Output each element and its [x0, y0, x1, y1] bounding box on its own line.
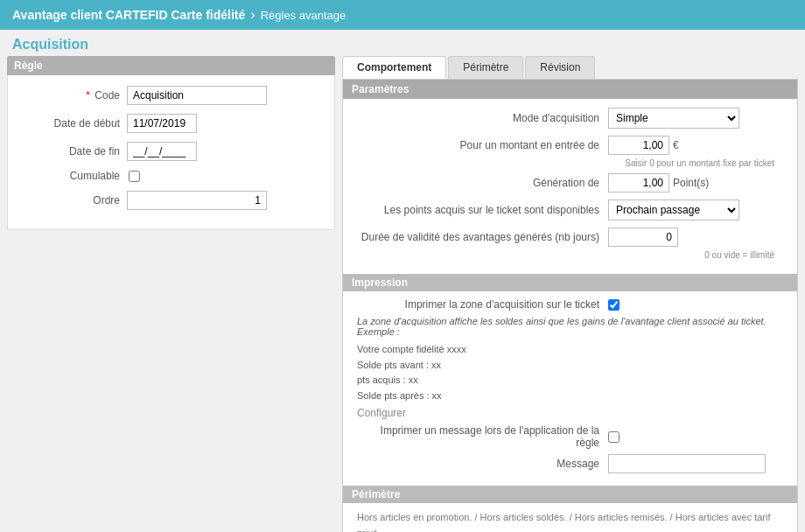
message-row: Message [357, 454, 783, 473]
main-layout: Règle * Code Date de début Date de fin C… [0, 56, 805, 532]
duree-validite-hint: 0 ou vide = illimité [357, 250, 783, 260]
generation-row: Génération de Point(s) [357, 173, 783, 192]
date-debut-input[interactable] [127, 114, 197, 133]
print-zone-value [608, 299, 783, 311]
perimetre-line1: Hors articles en promotion. / Hors artic… [357, 510, 783, 532]
mode-acquisition-label: Mode d'acquisition [357, 112, 608, 124]
cumulable-checkbox[interactable] [129, 171, 140, 182]
print-message-checkbox[interactable] [608, 431, 620, 443]
montant-hint: Saisir 0 pour un montant fixe par ticket [357, 158, 783, 168]
print-message-row: Imprimer un message lors de l'applicatio… [357, 424, 783, 449]
generation-label: Génération de [357, 177, 608, 189]
impression-header: Impression [343, 274, 797, 291]
duree-validite-input[interactable] [608, 228, 678, 247]
cumulable-label: Cumulable [22, 170, 127, 182]
points-disponibles-select[interactable]: Prochain passage Immédiatement [608, 200, 739, 220]
configurer-link[interactable]: Configurer [357, 407, 783, 419]
montant-row: Pour un montant en entrée de € [357, 136, 783, 155]
regle-section-header: Règle [7, 56, 335, 75]
montant-value: € [608, 136, 783, 155]
date-debut-row: Date de début [22, 114, 320, 133]
tabs-row: Comportement Périmètre Révision [342, 56, 798, 79]
ordre-label: Ordre [22, 194, 127, 206]
ticket-line-2: Solde pts avant : xx [357, 358, 783, 374]
code-input[interactable] [127, 86, 267, 105]
parametres-header: Paramètres [343, 80, 797, 99]
mode-acquisition-value: Simple Multiple [608, 108, 783, 129]
date-debut-label: Date de début [22, 117, 127, 130]
print-zone-row: Imprimer la zone d'acquisition sur le ti… [357, 298, 783, 311]
code-label: * Code [22, 89, 127, 102]
tab-revision[interactable]: Révision [525, 56, 595, 79]
ticket-line-3: pts acquis : xx [357, 373, 783, 388]
right-panel: Comportement Périmètre Révision Paramètr… [342, 56, 798, 532]
message-label: Message [357, 458, 608, 470]
ordre-row: Ordre [22, 191, 320, 210]
app-title: Avantage client CARTEFID Carte fidélité [12, 8, 245, 22]
impression-body: Imprimer la zone d'acquisition sur le ti… [343, 291, 797, 486]
top-bar: Avantage client CARTEFID Carte fidélité … [0, 0, 805, 30]
message-value [608, 454, 783, 473]
duree-validite-row: Durée de validité des avantages générés … [357, 228, 783, 247]
print-message-label: Imprimer un message lors de l'applicatio… [357, 424, 608, 449]
tab-comportement[interactable]: Comportement [342, 56, 446, 79]
date-fin-label: Date de fin [22, 145, 127, 158]
montant-label: Pour un montant en entrée de [357, 139, 608, 151]
print-zone-checkbox[interactable] [608, 299, 620, 311]
generation-input[interactable] [608, 173, 669, 192]
ticket-line-4: Solde pts après : xx [357, 388, 783, 404]
montant-unit: € [673, 139, 679, 151]
message-input[interactable] [608, 454, 766, 473]
generation-unit: Point(s) [673, 177, 709, 189]
generation-value: Point(s) [608, 173, 783, 192]
right-content: Paramètres Mode d'acquisition Simple Mul… [342, 79, 798, 532]
date-fin-row: Date de fin [22, 142, 320, 161]
points-disponibles-label: Les points acquis sur le ticket sont dis… [357, 204, 608, 216]
tab-perimetre[interactable]: Périmètre [448, 56, 523, 79]
points-disponibles-value: Prochain passage Immédiatement [608, 200, 783, 220]
breadcrumb-separator: › [250, 7, 255, 23]
ticket-line-1: Votre compte fidélité xxxx [357, 342, 783, 358]
points-disponibles-row: Les points acquis sur le ticket sont dis… [357, 200, 783, 220]
perimetre-header: Périmètre [343, 486, 797, 503]
print-zone-label: Imprimer la zone d'acquisition sur le ti… [357, 298, 608, 311]
mode-acquisition-row: Mode d'acquisition Simple Multiple [357, 108, 783, 129]
required-star: * [86, 89, 90, 102]
mode-acquisition-select[interactable]: Simple Multiple [608, 108, 739, 129]
code-row: * Code [22, 86, 320, 105]
ticket-example: Votre compte fidélité xxxx Solde pts ava… [357, 342, 783, 403]
ordre-input[interactable] [127, 191, 267, 210]
regle-section-body: * Code Date de début Date de fin Cumulab… [7, 75, 335, 230]
cumulable-row: Cumulable [22, 170, 320, 182]
page-title: Acquisition [0, 30, 805, 56]
impression-note: La zone d'acquisition affiche les soldes… [357, 316, 783, 337]
breadcrumb-subtitle: Règles avantage [261, 9, 346, 22]
montant-input[interactable] [608, 136, 669, 155]
perimetre-body: Hors articles en promotion. / Hors artic… [343, 503, 797, 532]
duree-validite-label: Durée de validité des avantages générés … [357, 231, 608, 243]
duree-validite-value [608, 228, 783, 247]
print-message-value [608, 431, 783, 443]
date-fin-input[interactable] [127, 142, 197, 161]
left-panel: Règle * Code Date de début Date de fin C… [7, 56, 335, 532]
parametres-body: Mode d'acquisition Simple Multiple Pour … [343, 99, 797, 274]
